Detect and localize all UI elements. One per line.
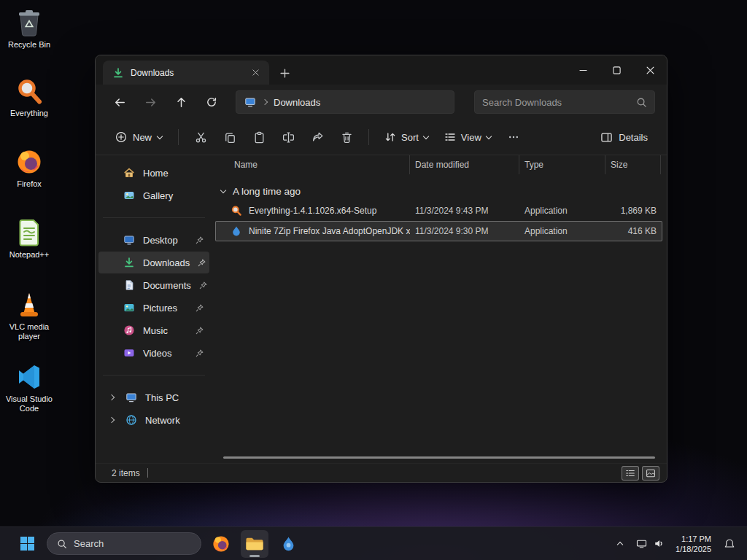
file-name: Everything-1.4.1.1026.x64-Setup: [249, 206, 376, 216]
minimize-button[interactable]: [566, 55, 600, 85]
cut-button[interactable]: [187, 125, 214, 149]
group-header[interactable]: A long time ago: [212, 182, 667, 201]
search-icon[interactable]: [636, 97, 647, 108]
view-shortcuts: [622, 466, 659, 481]
taskbar-file-explorer-button[interactable]: [241, 530, 268, 558]
sidebar-item-pictures[interactable]: Pictures: [98, 297, 209, 319]
navigation-pane: Home Gallery Desktop Downloads Documents: [96, 155, 212, 463]
sidebar-item-this-pc[interactable]: This PC: [98, 386, 209, 408]
sidebar-item-network[interactable]: Network: [98, 409, 209, 431]
ninite-icon: [280, 535, 297, 553]
share-button[interactable]: [303, 125, 331, 149]
up-button[interactable]: [169, 90, 193, 114]
bell-icon: [724, 538, 735, 550]
file-row[interactable]: Everything-1.4.1.1026.x64-Setup 11/3/202…: [215, 201, 662, 221]
desktop-icon-recycle-bin[interactable]: Recycle Bin: [1, 7, 57, 50]
forward-button[interactable]: [138, 90, 163, 114]
details-view-button[interactable]: [622, 466, 639, 481]
tab-strip[interactable]: Downloads: [96, 55, 667, 85]
taskbar: Search 1:17 PM 1/18/2025: [0, 526, 747, 560]
vlc-icon: [14, 289, 44, 320]
pin-icon: [196, 327, 204, 335]
desktop-icon-vlc[interactable]: VLC media player: [1, 289, 57, 341]
tab-downloads[interactable]: Downloads: [103, 61, 269, 85]
desktop-icon-vscode[interactable]: Visual Studio Code: [1, 362, 57, 413]
sidebar-item-desktop[interactable]: Desktop: [98, 229, 209, 251]
new-button-label: New: [133, 132, 152, 143]
close-icon: [646, 66, 654, 74]
desktop-icon-notepadpp[interactable]: Notepad++: [1, 217, 57, 260]
toolbar-separator: [178, 129, 179, 145]
back-icon: [114, 96, 126, 109]
horizontal-scrollbar[interactable]: [223, 456, 655, 459]
breadcrumb[interactable]: Downloads: [236, 90, 454, 114]
videos-icon: [123, 347, 135, 359]
taskbar-search[interactable]: Search: [47, 532, 201, 555]
more-options-button[interactable]: [500, 125, 527, 149]
desktop-icon-firefox[interactable]: Firefox: [1, 147, 57, 189]
sidebar-item-music[interactable]: Music: [98, 319, 209, 341]
more-icon: [508, 131, 519, 143]
start-button[interactable]: [13, 530, 41, 558]
new-button[interactable]: New: [107, 126, 170, 148]
sort-button[interactable]: Sort: [377, 126, 436, 148]
system-tray: 1:17 PM 1/18/2025: [615, 534, 738, 554]
taskbar-firefox-button[interactable]: [207, 530, 235, 558]
desktop-icon-label: Recycle Bin: [8, 40, 50, 50]
paste-button[interactable]: [245, 125, 273, 149]
back-button[interactable]: [107, 90, 132, 114]
clock-date: 1/18/2025: [676, 544, 711, 554]
copy-button[interactable]: [216, 125, 244, 149]
maximize-button[interactable]: [600, 55, 633, 85]
file-date-modified: 11/3/2024 9:30 PM: [410, 226, 519, 236]
chevron-down-icon: [423, 133, 429, 139]
sidebar-separator: [103, 375, 205, 376]
column-header-date-modified[interactable]: Date modified: [409, 155, 519, 174]
file-size: 416 KB: [605, 226, 662, 236]
hidden-icons-button[interactable]: [615, 538, 625, 550]
sidebar-item-gallery[interactable]: Gallery: [98, 184, 209, 206]
search-input[interactable]: [482, 97, 632, 108]
rename-button[interactable]: [274, 125, 302, 149]
sidebar-item-downloads[interactable]: Downloads: [98, 252, 209, 273]
taskbar-ninite-button[interactable]: [274, 530, 302, 558]
chevron-down-icon[interactable]: [220, 187, 226, 193]
gallery-icon: [123, 190, 135, 201]
clock-time: 1:17 PM: [676, 534, 711, 544]
new-tab-button[interactable]: [276, 65, 293, 81]
pictures-icon: [123, 302, 135, 314]
sidebar-item-documents[interactable]: Documents: [98, 274, 209, 296]
sidebar-item-label: Documents: [143, 280, 191, 291]
delete-button[interactable]: [333, 125, 360, 149]
column-header-name[interactable]: Name: [215, 155, 409, 174]
column-header-type[interactable]: Type: [519, 155, 605, 174]
tab-close-button[interactable]: [247, 65, 263, 81]
up-icon: [175, 96, 187, 109]
chevron-right-icon[interactable]: [106, 418, 117, 422]
column-header-size[interactable]: Size: [605, 155, 661, 174]
notification-center-button[interactable]: [721, 535, 738, 553]
recycle-bin-icon: [14, 7, 44, 38]
desktop-icon-everything[interactable]: Everything: [1, 76, 57, 118]
details-button[interactable]: Details: [593, 126, 655, 149]
breadcrumb-location[interactable]: Downloads: [274, 97, 320, 108]
large-thumbnails-view-button[interactable]: [642, 466, 659, 481]
search-box: [474, 90, 655, 114]
refresh-button[interactable]: [199, 90, 224, 114]
details-button-label: Details: [619, 132, 648, 143]
command-bar: New Sort View: [96, 120, 667, 155]
sidebar-item-home[interactable]: Home: [98, 162, 209, 184]
tray-status-icons[interactable]: [635, 535, 666, 552]
file-explorer-icon: [245, 536, 264, 552]
sidebar-item-label: Home: [143, 168, 169, 179]
search-icon: [57, 539, 67, 549]
view-button[interactable]: View: [437, 126, 498, 148]
taskbar-clock[interactable]: 1:17 PM 1/18/2025: [676, 534, 711, 554]
tab-title: Downloads: [131, 68, 241, 78]
plus-circle-icon: [115, 131, 127, 143]
group-header-label: A long time ago: [233, 186, 301, 197]
close-button[interactable]: [633, 55, 667, 85]
sidebar-item-videos[interactable]: Videos: [98, 342, 209, 364]
file-row-selected[interactable]: Ninite 7Zip Firefox Java AdoptOpenJDK x.…: [215, 221, 662, 241]
chevron-right-icon[interactable]: [106, 395, 117, 400]
